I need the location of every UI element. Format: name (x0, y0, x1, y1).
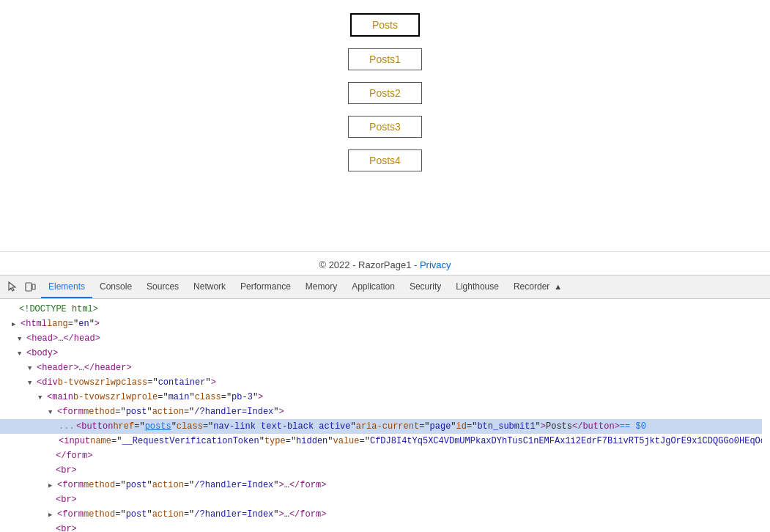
recorder-icon: ▲ (554, 282, 562, 291)
arrow-body[interactable] (18, 347, 25, 360)
arrow-head[interactable] (18, 332, 25, 345)
device-toggle-button[interactable] (22, 279, 38, 295)
tab-recorder[interactable]: Recorder ▲ (506, 276, 569, 298)
arrow-div-container[interactable] (28, 376, 35, 389)
devtools-toolbar: Elements Console Sources Network Perform… (0, 276, 770, 299)
code-line-form: <form method="post" action="/?handler=In… (0, 404, 770, 419)
posts2-button[interactable]: Posts2 (348, 82, 422, 104)
arrow-form[interactable] (48, 405, 56, 418)
cursor-icon (7, 281, 18, 293)
svg-rect-0 (26, 283, 32, 291)
device-icon (24, 281, 36, 293)
tab-sources[interactable]: Sources (139, 276, 186, 298)
code-line-br3: <br> (0, 522, 770, 532)
code-line-header: <header>…</header> (0, 361, 770, 375)
tab-lighthouse[interactable]: Lighthouse (448, 276, 506, 298)
code-line-form-close: </form> (0, 448, 770, 463)
code-line-html: <html lang="en"> (0, 317, 770, 331)
code-line-form2: <form method="post" action="/?handler=In… (0, 478, 770, 492)
posts-button[interactable]: Posts (350, 13, 420, 37)
devtools-tabs: Elements Console Sources Network Perform… (41, 276, 569, 298)
tab-console[interactable]: Console (92, 276, 139, 298)
code-line-input: <input name="__RequestVerificationToken"… (0, 434, 762, 448)
code-line-br1: <br> (0, 463, 770, 478)
page-footer: © 2022 - RazorPage1 - Privacy (0, 251, 770, 275)
element-picker-button[interactable] (4, 279, 21, 295)
code-line-div-container: <div b-tvowszrlwp class="container"> (0, 375, 770, 390)
code-line-body-open: <body> (0, 346, 770, 361)
ellipsis-marker: ... (59, 420, 70, 433)
tab-network[interactable]: Network (186, 276, 233, 298)
arrow-header[interactable] (28, 361, 35, 374)
privacy-link[interactable]: Privacy (420, 259, 451, 270)
posts1-button[interactable]: Posts1 (348, 48, 422, 70)
tab-elements[interactable]: Elements (41, 276, 92, 298)
code-line-button-highlighted[interactable]: ... <button href="posts" class="nav-link… (0, 419, 762, 434)
footer-text: © 2022 - RazorPage1 - (319, 259, 419, 270)
tab-application[interactable]: Application (344, 276, 402, 298)
svg-rect-1 (32, 284, 35, 289)
posts4-button[interactable]: Posts4 (348, 149, 422, 171)
posts3-button[interactable]: Posts3 (348, 116, 422, 138)
tab-security[interactable]: Security (402, 276, 448, 298)
code-line-br2: <br> (0, 492, 770, 507)
tab-memory[interactable]: Memory (298, 276, 344, 298)
recorder-label: Recorder (514, 281, 549, 292)
devtools-panel: Elements Console Sources Network Perform… (0, 275, 770, 532)
arrow-form2[interactable] (48, 479, 56, 492)
devtools-elements-panel[interactable]: <!DOCTYPE html> <html lang="en"> <head>…… (0, 299, 770, 532)
code-line-doctype: <!DOCTYPE html> (0, 302, 770, 317)
code-line-head: <head>…</head> (0, 331, 770, 346)
code-line-form3: <form method="post" action="/?handler=In… (0, 507, 770, 522)
arrow-form3[interactable] (48, 508, 56, 521)
arrow-html[interactable] (12, 317, 19, 330)
page-content: Posts Posts1 Posts2 Posts3 Posts4 © 2022… (0, 0, 770, 275)
tab-performance[interactable]: Performance (233, 276, 298, 298)
arrow-main[interactable] (38, 391, 45, 404)
code-line-main: <main b-tvowszrlwp role="main" class="pb… (0, 390, 770, 404)
